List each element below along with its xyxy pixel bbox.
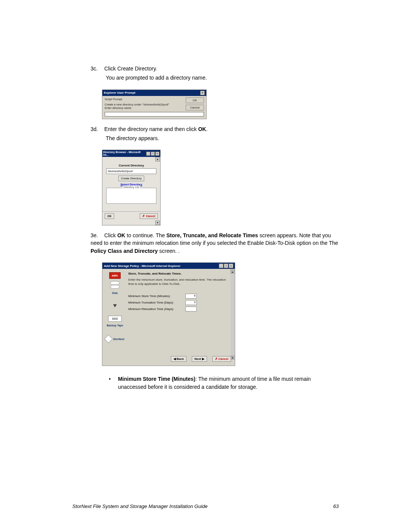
- disk-icon: [110, 281, 120, 289]
- create-directory-button[interactable]: Create Directory: [118, 176, 145, 181]
- scroll-up-icon[interactable]: ▲: [231, 270, 234, 273]
- step-3c: 3c.Click Create Directory.: [91, 65, 339, 72]
- current-directory-label: Current Directory: [105, 164, 158, 167]
- min-relocation-time-input[interactable]: [185, 307, 197, 312]
- footer-title: StorNext File System and Storage Manager…: [72, 503, 208, 509]
- adic-logo: adic: [109, 272, 121, 279]
- cancel-button[interactable]: ✗ Cancel: [212, 356, 231, 362]
- policy-title: Add New Storage Policy - Microsoft Inter…: [104, 264, 180, 268]
- maximize-icon[interactable]: □: [224, 264, 228, 268]
- close-icon[interactable]: ×: [200, 91, 205, 95]
- minimize-icon[interactable]: _: [146, 152, 150, 156]
- step-3d-sub: The directory appears.: [106, 134, 339, 142]
- arrow-down-icon: [113, 304, 117, 307]
- step-text-post: .: [206, 126, 208, 132]
- section-description: Enter the minumum store, truncation, and…: [128, 278, 231, 286]
- section-title: Store, Truncate, and Relocate Times.: [128, 272, 231, 275]
- directory-name-input[interactable]: [105, 112, 204, 117]
- bullet-icon: •: [109, 375, 116, 383]
- scroll-up-icon[interactable]: ▲: [155, 157, 160, 161]
- step-num: 3e.: [91, 232, 104, 239]
- min-store-time-label: Minimum Store Time (Minutes):: [128, 294, 185, 298]
- scroll-down-icon[interactable]: ▼: [155, 220, 160, 225]
- step-num: 3c.: [91, 65, 104, 72]
- prompt-titlebar: Explorer User Prompt ×: [102, 90, 206, 96]
- directory-browser-screenshot: Directory Browser - Microsoft Int... _ □…: [102, 150, 161, 225]
- min-store-time-input[interactable]: 5: [185, 294, 197, 299]
- minimize-icon[interactable]: _: [219, 264, 223, 268]
- tape-label: Backup Tape: [107, 324, 123, 327]
- bullet-bold: Minimum Store Time (Minutes): [118, 376, 196, 382]
- close-icon[interactable]: ×: [229, 264, 233, 268]
- close-icon[interactable]: ×: [155, 152, 159, 156]
- cancel-button[interactable]: Cancel: [186, 105, 204, 110]
- scrollbar[interactable]: ▲ ▼: [231, 270, 234, 359]
- min-truncation-time-label: Minimum Truncation Time (Days):: [128, 301, 185, 304]
- step-text-bold: OK: [198, 126, 206, 132]
- storage-policy-screenshot: Add New Storage Policy - Microsoft Inter…: [102, 262, 235, 366]
- step-num: 3d.: [91, 125, 104, 133]
- current-directory-input[interactable]: /stornext/snfs2/poof: [106, 168, 156, 174]
- wizard-sidebar: adic Disk Backup Tape StorNext: [104, 270, 126, 353]
- explorer-prompt-screenshot: Explorer User Prompt × Script Prompt: Cr…: [102, 89, 207, 119]
- min-truncation-time-input[interactable]: 3: [185, 300, 197, 305]
- stornext-label: StorNext: [113, 338, 124, 340]
- back-button[interactable]: ◀ Back: [171, 356, 186, 362]
- directory-list-label: Directory List: [123, 186, 140, 189]
- footer-page-number: 63: [333, 503, 339, 509]
- prompt-title: Explorer User Prompt: [104, 91, 135, 94]
- stornext-icon: [104, 335, 113, 343]
- directory-list[interactable]: Directory List: [106, 188, 156, 204]
- step-3d: 3d.Enter the directory name and then cli…: [91, 125, 339, 133]
- next-button[interactable]: Next ▶: [192, 356, 207, 362]
- step-text-pre: Enter the directory name and then click: [104, 126, 198, 132]
- scroll-down-icon[interactable]: ▼: [231, 356, 234, 359]
- min-relocation-time-label: Minimum Relocation Time (Days):: [128, 307, 185, 311]
- cancel-button[interactable]: ✗ Cancel: [140, 213, 158, 219]
- browser-title: Directory Browser - Microsoft Int...: [103, 151, 146, 156]
- page-footer: StorNext File System and Storage Manager…: [72, 503, 339, 509]
- bullet-item: • Minimum Store Time (Minutes): The mini…: [109, 375, 339, 391]
- policy-titlebar: Add New Storage Policy - Microsoft Inter…: [102, 263, 235, 269]
- maximize-icon[interactable]: □: [151, 152, 155, 156]
- disk-label: Disk: [112, 292, 118, 294]
- ok-button[interactable]: OK: [105, 213, 114, 219]
- browser-titlebar: Directory Browser - Microsoft Int... _ □…: [102, 150, 160, 157]
- step-3c-sub: You are prompted to add a directory name…: [106, 74, 339, 81]
- ok-button[interactable]: OK: [186, 97, 204, 103]
- step-3e: 3e.Click OK to continue. The Store, Trun…: [91, 232, 339, 255]
- step-text: Click Create Directory.: [104, 66, 157, 72]
- tape-icon: [108, 316, 122, 322]
